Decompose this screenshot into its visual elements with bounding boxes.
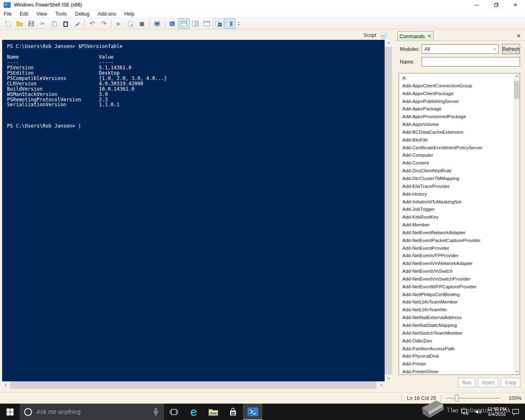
close-button[interactable]: ✕ xyxy=(506,0,525,10)
scrollbar-thumb[interactable] xyxy=(514,81,519,99)
command-list-item[interactable]: Add-AppxVolume xyxy=(399,121,513,128)
menu-item[interactable]: File xyxy=(0,11,16,17)
menu-item[interactable]: Debug xyxy=(71,11,94,17)
command-list-item[interactable]: Add-Content xyxy=(399,159,513,167)
command-list-item[interactable]: Add-NetEventVmNetworkAdapter xyxy=(399,260,513,267)
command-list-item[interactable]: Add-NetEventProvider xyxy=(399,244,513,252)
refresh-button[interactable]: Refresh xyxy=(502,44,520,54)
command-list-item[interactable]: Add-PhysicalDisk xyxy=(399,352,513,360)
command-list-item[interactable]: Add-DnsClientNrptRule xyxy=(399,167,513,175)
zoom-slider[interactable] xyxy=(446,395,500,402)
restore-button[interactable] xyxy=(486,0,506,10)
run-selection-button[interactable] xyxy=(125,18,136,29)
tray-clock[interactable]: 12:50 PM6/4/2016 xyxy=(485,404,509,420)
scroll-left-button[interactable] xyxy=(2,381,10,389)
tray-volume-icon[interactable] xyxy=(472,404,485,420)
open-script-button[interactable] xyxy=(14,18,25,29)
menu-item[interactable]: Tools xyxy=(51,11,71,17)
menu-item[interactable]: Help xyxy=(120,11,139,17)
command-list-item[interactable]: Add-AppvClientPackage xyxy=(399,90,513,98)
command-list-item[interactable]: Add-NetLbfoTeamNic xyxy=(399,306,513,314)
redo-button[interactable]: ↷ xyxy=(98,18,110,29)
console-pane[interactable]: PS C:\Users\Rob Jansen> $PSVersionTableN… xyxy=(2,40,385,381)
command-list-item[interactable]: Add-Printer xyxy=(399,360,513,368)
command-list-item[interactable]: Add-AppvClientConnectionGroup xyxy=(399,82,513,90)
command-list-item[interactable]: Add-KdsRootKey xyxy=(399,213,513,221)
command-list-item[interactable]: Add-AppvPublishingServer xyxy=(399,98,513,105)
command-list-item[interactable]: Add-BCDataCacheExtension xyxy=(399,128,513,136)
modules-dropdown[interactable]: All xyxy=(422,44,499,54)
copy-button[interactable] xyxy=(48,18,60,29)
cut-button[interactable]: ✂ xyxy=(37,18,48,29)
name-filter-input[interactable] xyxy=(422,57,520,66)
tab-commands[interactable]: Commands ✕ xyxy=(397,31,434,41)
taskbar-edge-button[interactable]: e xyxy=(184,404,203,420)
console-vertical-scrollbar[interactable] xyxy=(385,40,392,381)
toolbar-overflow-button[interactable] xyxy=(236,20,241,28)
command-list-item[interactable]: Add-NetSwitchTeamMember xyxy=(399,329,513,337)
show-script-pane-right-button[interactable] xyxy=(189,18,201,29)
new-script-button[interactable] xyxy=(2,18,14,29)
clear-console-button[interactable] xyxy=(71,18,83,29)
microphone-icon[interactable] xyxy=(153,408,159,416)
console-horizontal-scrollbar[interactable] xyxy=(2,381,385,389)
command-list-item[interactable]: Add-Member xyxy=(399,221,513,229)
menu-item[interactable]: Edit xyxy=(16,11,32,17)
scroll-up-button[interactable] xyxy=(514,73,520,80)
copy-button-panel[interactable]: Copy xyxy=(501,378,520,387)
command-list-item[interactable]: Add-NetLbfoTeamMember xyxy=(399,298,513,306)
command-list-item[interactable]: A: xyxy=(399,74,513,82)
commands-list-scrollbar[interactable] xyxy=(514,73,520,374)
minimize-button[interactable] xyxy=(467,0,486,10)
command-list-item[interactable]: Add-NetEventVFPProvider xyxy=(399,252,513,260)
start-powershell-button[interactable] xyxy=(167,18,178,29)
panel-close-button[interactable]: ✕ xyxy=(516,33,521,39)
paste-button[interactable] xyxy=(60,18,71,29)
command-list-item[interactable]: Add-History xyxy=(399,190,513,198)
command-list-item[interactable]: Add-OdbcDsn xyxy=(399,337,513,345)
insert-button[interactable]: Insert xyxy=(478,378,498,387)
action-center-button[interactable] xyxy=(509,404,525,420)
script-pane-expand-button[interactable] xyxy=(380,32,387,39)
command-list-item[interactable]: Add-DtcClusterTMMapping xyxy=(399,175,513,183)
command-list-item[interactable]: Add-NetNatExternalAddress xyxy=(399,314,513,322)
scroll-down-button[interactable] xyxy=(514,368,520,374)
run-script-button[interactable]: ▶ xyxy=(113,18,125,29)
command-list-item[interactable]: Add-AppxProvisionedPackage xyxy=(399,113,513,121)
stop-operation-button[interactable]: ■ xyxy=(136,18,148,29)
cortana-search-box[interactable]: Ask me anything xyxy=(20,404,164,420)
command-list-item[interactable]: Add-NetNatStaticMapping xyxy=(399,322,513,329)
scroll-up-button[interactable] xyxy=(385,40,392,47)
run-button[interactable]: Run xyxy=(458,378,475,387)
zoom-slider-track[interactable] xyxy=(446,398,500,399)
taskbar-powershell-ise-button[interactable] xyxy=(243,404,262,420)
command-list-item[interactable]: Add-PartitionAccessPath xyxy=(399,345,513,353)
tab-close-icon[interactable]: ✕ xyxy=(428,34,431,39)
command-list-item[interactable]: Add-NetEventVmSwitchProvider xyxy=(399,275,513,283)
command-list-item[interactable]: Add-PrinterDriver xyxy=(399,368,513,375)
scroll-down-button[interactable] xyxy=(385,374,392,381)
command-list-item[interactable]: Add-JobTrigger xyxy=(399,205,513,213)
command-list-item[interactable]: Add-CertificateEnrollmentPolicyServer xyxy=(399,144,513,152)
menu-item[interactable]: View xyxy=(32,11,51,17)
taskbar-file-explorer-button[interactable] xyxy=(203,404,223,420)
command-list-item[interactable]: Add-NetEventWFPCaptureProvider xyxy=(399,283,513,291)
show-script-pane-toggle-button[interactable] xyxy=(224,18,235,29)
scroll-right-button[interactable] xyxy=(377,381,385,389)
command-list-item[interactable]: Add-Computer xyxy=(399,151,513,159)
show-script-pane-maximized-button[interactable] xyxy=(201,18,212,29)
task-view-button[interactable] xyxy=(164,404,184,420)
tray-network-icon[interactable] xyxy=(458,404,472,420)
command-list-item[interactable]: Add-BitsFile xyxy=(399,136,513,144)
command-list-item[interactable]: Add-AppxPackage xyxy=(399,105,513,113)
taskbar-store-button[interactable] xyxy=(223,404,243,420)
command-list-item[interactable]: Add-InitiatorIdToMaskingSet xyxy=(399,198,513,206)
new-remote-powershell-tab-button[interactable] xyxy=(151,18,163,29)
command-list-item[interactable]: Add-NetIPHttpsCertBinding xyxy=(399,291,513,299)
zoom-slider-thumb[interactable] xyxy=(455,395,459,402)
start-button[interactable] xyxy=(0,404,20,420)
command-list-item[interactable]: Add-EtwTraceProvider xyxy=(399,183,513,190)
show-commands-addon-button[interactable] xyxy=(212,18,224,29)
save-button[interactable] xyxy=(25,18,37,29)
command-list-item[interactable]: Add-NetEventVmSwitch xyxy=(399,267,513,275)
